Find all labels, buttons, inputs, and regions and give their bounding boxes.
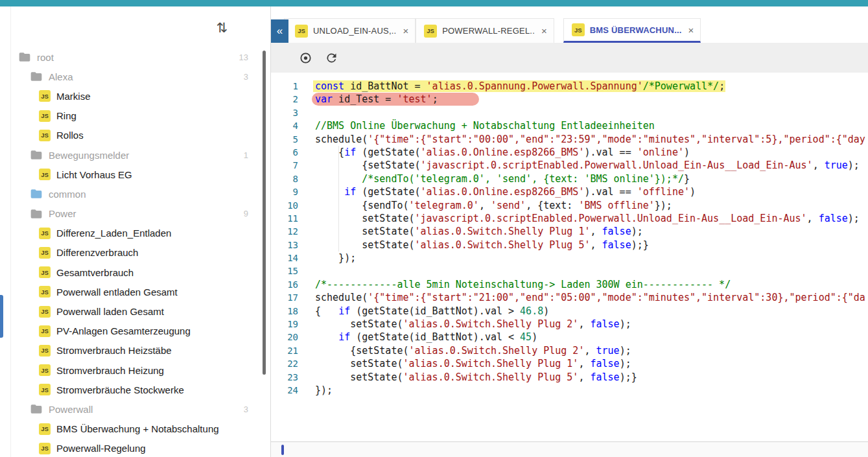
tree-script[interactable]: JSLicht Vorhaus EG: [11, 165, 270, 184]
line-number[interactable]: 19: [271, 318, 298, 331]
line-content[interactable]: {setState('javascript.0.scriptEnabled.Po…: [315, 159, 868, 172]
line-content[interactable]: [315, 264, 868, 277]
code-line[interactable]: 3: [271, 106, 868, 119]
code-line[interactable]: 6 {if (getState('alias.0.Online.esp8266_…: [271, 146, 868, 159]
code-line[interactable]: 13 setState('alias.0.Switch.Shelly Plug …: [271, 239, 868, 252]
tab-close-icon[interactable]: ×: [541, 25, 547, 36]
line-number[interactable]: 7: [271, 159, 298, 172]
line-number[interactable]: 14: [271, 252, 298, 264]
tab-close-icon[interactable]: ×: [403, 25, 408, 36]
line-content[interactable]: setState('javascript.0.scriptEnabled.Pow…: [315, 212, 868, 225]
tree-script[interactable]: JSRollos: [11, 126, 270, 145]
code-line[interactable]: 15: [271, 264, 868, 277]
code-line[interactable]: 9 if (getState('alias.0.Online.esp8266_B…: [271, 185, 868, 198]
tree-folder[interactable]: Alexa3: [11, 67, 270, 86]
line-number[interactable]: 3: [271, 106, 298, 119]
code-line[interactable]: 22 setState('alias.0.Switch.Shelly Plug …: [271, 357, 868, 370]
line-number[interactable]: 4: [271, 119, 298, 132]
code-line[interactable]: 4//BMS Online Überwachung + Notabschaltu…: [271, 119, 868, 132]
line-content[interactable]: schedule('{"time":{"start":"00:00","end"…: [315, 133, 868, 146]
line-content[interactable]: if (getState('alias.0.Online.esp8266_BMS…: [315, 185, 868, 198]
tree-folder[interactable]: Power9: [11, 204, 270, 224]
line-content[interactable]: setState('alias.0.Switch.Shelly Plug 5',…: [315, 371, 868, 384]
sidebar-scrollbar[interactable]: [263, 51, 266, 375]
code-line[interactable]: 1const id_BattNot = 'alias.0.Spannung.Po…: [271, 80, 868, 93]
line-number[interactable]: 16: [271, 278, 298, 291]
line-content[interactable]: {setState('alias.0.Switch.Shelly Plug 2'…: [315, 344, 868, 357]
code-line[interactable]: 7 {setState('javascript.0.scriptEnabled.…: [271, 159, 868, 172]
code-line[interactable]: 2var id_Test = 'test';: [271, 93, 868, 106]
line-number[interactable]: 6: [271, 146, 298, 159]
line-content[interactable]: setState('alias.0.Switch.Shelly Plug 1',…: [315, 225, 868, 238]
line-content[interactable]: setState('alias.0.Switch.Shelly Plug 1',…: [315, 357, 868, 370]
code-editor[interactable]: 1const id_BattNot = 'alias.0.Spannung.Po…: [271, 73, 868, 441]
panel-resize-handle[interactable]: [281, 445, 284, 455]
line-content[interactable]: setState('alias.0.Switch.Shelly Plug 2',…: [315, 318, 868, 331]
tree-script[interactable]: JSBMS Überwachung + Notabschaltung: [11, 419, 270, 439]
code-line[interactable]: 23 setState('alias.0.Switch.Shelly Plug …: [271, 371, 868, 384]
line-content[interactable]: [315, 106, 868, 119]
tree-folder[interactable]: root13: [11, 47, 270, 67]
tree-folder[interactable]: Powerwall3: [11, 399, 270, 419]
line-number[interactable]: 1: [271, 80, 298, 93]
line-number[interactable]: 22: [271, 357, 298, 370]
code-line[interactable]: 10 {sendTo('telegram.0', 'send', {text: …: [271, 199, 868, 212]
code-line[interactable]: 17schedule('{"time":{"start":"21:00","en…: [271, 291, 868, 304]
line-number[interactable]: 20: [271, 331, 298, 344]
line-content[interactable]: {sendTo('telegram.0', 'send', {text: 'BM…: [315, 199, 868, 212]
line-number[interactable]: 8: [271, 172, 298, 185]
line-content[interactable]: const id_BattNot = 'alias.0.Spannung.Pow…: [315, 80, 868, 93]
line-content[interactable]: });: [315, 384, 868, 397]
line-number[interactable]: 10: [271, 199, 298, 212]
line-content[interactable]: var id_Test = 'test';: [315, 93, 868, 106]
code-line[interactable]: 11 setState('javascript.0.scriptEnabled.…: [271, 212, 868, 225]
line-number[interactable]: 17: [271, 291, 298, 304]
tree-script[interactable]: JSPowerwall laden Gesamt: [11, 301, 270, 321]
line-number[interactable]: 24: [271, 384, 298, 397]
locate-icon[interactable]: [297, 49, 314, 66]
tree-script[interactable]: JSStromverbrauch Heizstäbe: [11, 341, 270, 360]
code-line[interactable]: 18{ if (getState(id_BattNot).val > 46.8): [271, 305, 868, 318]
line-content[interactable]: /*sendTo('telegram.0', 'send', {text: 'B…: [315, 172, 868, 185]
tab-close-icon[interactable]: ×: [688, 25, 694, 36]
line-number[interactable]: 11: [271, 212, 298, 225]
line-number[interactable]: 18: [271, 305, 298, 318]
code-line[interactable]: 14 });: [271, 252, 868, 264]
tree-script[interactable]: JSRing: [11, 106, 270, 126]
line-number[interactable]: 15: [271, 264, 298, 277]
code-line[interactable]: 19 setState('alias.0.Switch.Shelly Plug …: [271, 318, 868, 331]
tree-script[interactable]: JSDifferenz_Laden_Entladen: [11, 224, 270, 243]
code-line[interactable]: 8 /*sendTo('telegram.0', 'send', {text: …: [271, 172, 868, 185]
line-content[interactable]: { if (getState(id_BattNot).val > 46.8): [315, 305, 868, 318]
line-content[interactable]: schedule('{"time":{"start":"21:00","end"…: [315, 291, 868, 304]
line-number[interactable]: 21: [271, 344, 298, 357]
line-content[interactable]: setState('alias.0.Switch.Shelly Plug 5',…: [315, 239, 868, 252]
code-line[interactable]: 16/*------------alle 5min Noteinschaltun…: [271, 278, 868, 291]
tree-folder[interactable]: Bewegungsmelder1: [11, 145, 270, 165]
line-number[interactable]: 13: [271, 239, 298, 252]
tree-script[interactable]: JSPowerwall-Regelung: [11, 439, 270, 457]
code-line[interactable]: 21 {setState('alias.0.Switch.Shelly Plug…: [271, 344, 868, 357]
tree-script[interactable]: JSPowerwall entladen Gesamt: [11, 282, 270, 301]
line-number[interactable]: 5: [271, 133, 298, 146]
line-content[interactable]: /*------------alle 5min Noteinschaltung-…: [315, 278, 868, 291]
line-number[interactable]: 12: [271, 225, 298, 238]
line-content[interactable]: });: [315, 252, 868, 264]
refresh-icon[interactable]: [323, 49, 340, 66]
line-content[interactable]: {if (getState('alias.0.Online.esp8266_BM…: [315, 146, 868, 159]
editor-tab[interactable]: JSPOWERWALL-REGEL..×: [416, 18, 554, 43]
tree-folder[interactable]: common: [11, 184, 270, 204]
line-content[interactable]: //BMS Online Überwachung + Notabschaltun…: [315, 119, 868, 132]
code-line[interactable]: 12 setState('alias.0.Switch.Shelly Plug …: [271, 225, 868, 238]
tree-script[interactable]: JSStromverbräuche Stockwerke: [11, 380, 270, 399]
line-number[interactable]: 23: [271, 371, 298, 384]
tree-script[interactable]: JSPV-Anlagen Gesamterzeugung: [11, 322, 270, 341]
sort-icon[interactable]: ⇅: [216, 21, 228, 34]
tree-script[interactable]: JSDifferenzverbrauch: [11, 243, 270, 263]
collapse-tabs-button[interactable]: «: [271, 19, 288, 43]
editor-tab[interactable]: JSBMS ÜBERWACHUN...×: [563, 18, 701, 43]
code-line[interactable]: 24});: [271, 384, 868, 397]
tree-script[interactable]: JSGesamtverbrauch: [11, 263, 270, 282]
editor-tab[interactable]: JSUNLOAD_EIN-AUS,..×: [284, 18, 416, 43]
rail-scroll-indicator[interactable]: [0, 295, 3, 338]
